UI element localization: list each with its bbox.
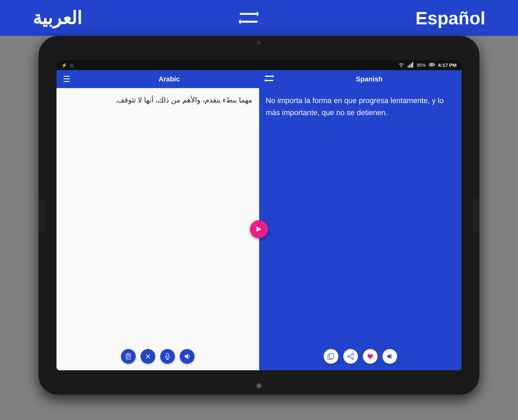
tablet-camera: [257, 41, 261, 45]
source-text-input[interactable]: مهما ببطء يتقدم، والأهم من ذلك، أنها لا …: [63, 95, 252, 346]
tablet-screen: ⚡ ◎: [56, 60, 462, 370]
status-left-icons: ⚡ ◎: [62, 62, 74, 68]
tablet-speaker-left: [39, 199, 45, 232]
svg-marker-29: [185, 354, 188, 359]
svg-rect-7: [411, 63, 412, 68]
svg-point-34: [348, 355, 349, 357]
source-language-selector[interactable]: Arabic: [77, 75, 262, 83]
svg-rect-8: [412, 62, 413, 68]
signal-icon: [408, 62, 413, 69]
svg-rect-5: [408, 66, 409, 68]
svg-rect-0: [240, 13, 258, 15]
translate-button[interactable]: [250, 220, 268, 238]
target-language-selector[interactable]: Spanish: [277, 75, 462, 83]
svg-rect-17: [265, 80, 273, 81]
clear-button[interactable]: [141, 349, 155, 364]
microphone-button[interactable]: [160, 349, 175, 364]
svg-marker-16: [273, 75, 274, 78]
svg-rect-2: [240, 21, 258, 23]
notification-icon: ◎: [70, 62, 74, 68]
svg-point-4: [401, 66, 402, 67]
top-banner: العربية Español: [0, 0, 518, 36]
app-header: ☰ Arabic Spanish: [56, 70, 462, 88]
svg-rect-15: [265, 76, 273, 77]
battery-percentage: 95%: [417, 63, 426, 68]
svg-line-37: [349, 357, 352, 358]
home-button[interactable]: [256, 383, 262, 388]
banner-source-language[interactable]: العربية: [33, 8, 82, 28]
banner-swap-icon[interactable]: [239, 8, 258, 28]
status-right-icons: 95% 4:17 PM: [398, 62, 456, 69]
translation-actions: [266, 346, 455, 367]
translated-text-output: No importa la forma en que progresa lent…: [266, 95, 455, 346]
svg-line-36: [349, 355, 352, 356]
translation-area: مهما ببطء يتقدم، والأهم من ذلك، أنها لا …: [56, 88, 462, 370]
svg-point-33: [352, 353, 354, 355]
svg-marker-18: [265, 79, 265, 82]
swap-languages-button[interactable]: [262, 75, 277, 84]
share-translation-button[interactable]: [343, 349, 358, 364]
svg-rect-10: [434, 64, 435, 65]
tablet-speaker-right: [473, 199, 479, 232]
svg-marker-30: [256, 227, 262, 232]
tablet-device: ⚡ ◎: [39, 36, 479, 395]
svg-point-35: [352, 358, 354, 360]
svg-marker-1: [257, 11, 258, 16]
svg-rect-32: [330, 353, 334, 358]
battery-icon: [429, 63, 435, 68]
svg-rect-20: [127, 353, 129, 355]
source-text-panel: مهما ببطء يتقدم، والأهم من ذلك، أنها لا …: [56, 88, 259, 370]
translation-audio-button[interactable]: [382, 349, 397, 364]
banner-target-language[interactable]: Español: [416, 8, 485, 28]
svg-marker-38: [387, 354, 391, 359]
status-time: 4:17 PM: [438, 62, 456, 68]
menu-button[interactable]: ☰: [56, 74, 77, 84]
source-actions: [63, 346, 252, 367]
usb-icon: ⚡: [62, 63, 67, 68]
svg-marker-3: [239, 19, 240, 24]
svg-rect-26: [166, 353, 169, 357]
wifi-icon: [398, 62, 404, 69]
svg-rect-6: [409, 65, 410, 68]
copy-translation-button[interactable]: [324, 349, 338, 364]
favorite-button[interactable]: [363, 349, 378, 364]
translated-text-panel: No importa la forma en que progresa lent…: [259, 88, 462, 370]
status-bar: ⚡ ◎: [56, 60, 462, 70]
clipboard-button[interactable]: [121, 349, 136, 364]
source-audio-button[interactable]: [180, 349, 194, 364]
